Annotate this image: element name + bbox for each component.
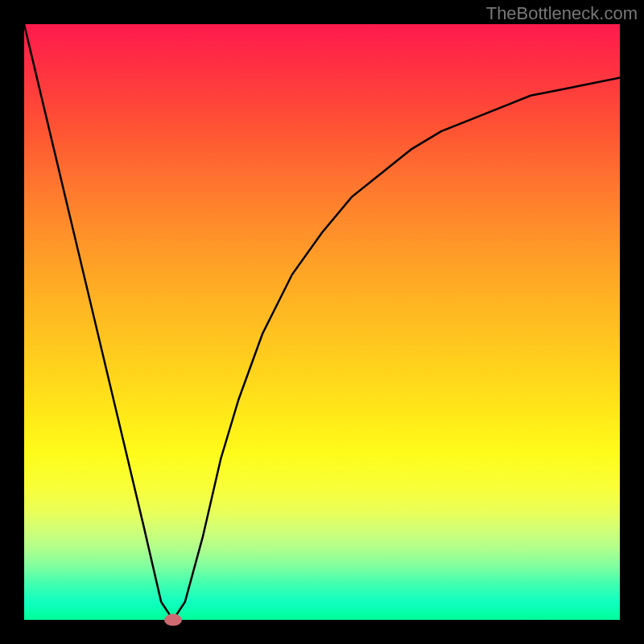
curve-svg bbox=[24, 24, 620, 620]
bottleneck-curve bbox=[24, 24, 620, 620]
minimum-marker bbox=[164, 614, 182, 626]
plot-area bbox=[24, 24, 620, 620]
chart-container: TheBottleneck.com bbox=[0, 0, 644, 644]
watermark-text: TheBottleneck.com bbox=[486, 3, 638, 24]
